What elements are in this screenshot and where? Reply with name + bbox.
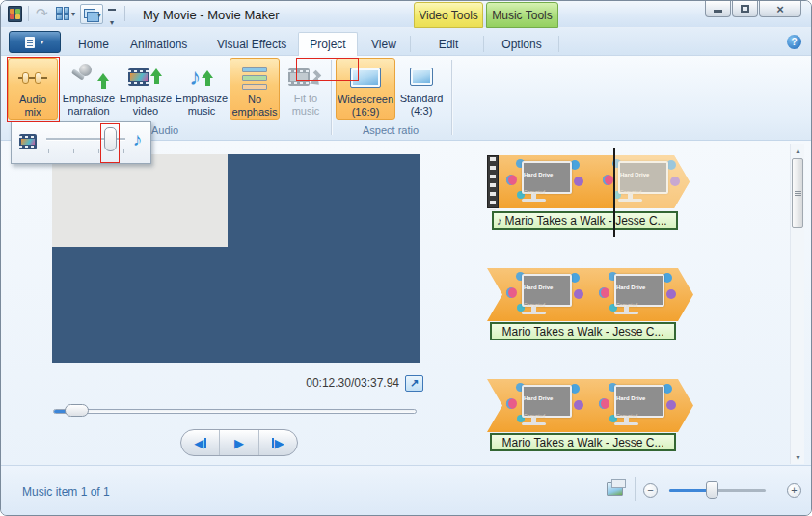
social-icon — [599, 398, 609, 409]
title-bar: ↷ ▾ ▾ ▾ My Movie - Movie Maker Video Too… — [1, 1, 811, 28]
movie-maker-app-icon — [8, 6, 22, 22]
monitor-graphic: Hard Drive Corrupted — [614, 385, 664, 418]
tab-project[interactable]: Project — [298, 32, 358, 56]
audio-mix-slider-thumb[interactable] — [104, 127, 117, 151]
ribbon-group-divider — [451, 60, 452, 135]
zoom-out-button[interactable]: − — [643, 483, 658, 498]
tab-visual-effects[interactable]: Visual Effects — [205, 32, 298, 56]
fullscreen-button[interactable]: ↗ — [405, 375, 423, 392]
fullscreen-icon: ↗ — [410, 377, 419, 390]
storyboard-clip[interactable]: Hard Drive Corrupted Hard Drive Corrupte… — [487, 379, 693, 432]
widescreen-monitor-icon — [350, 62, 381, 94]
audio-mix-popup: ♪ — [11, 121, 151, 164]
window-title: My Movie - Movie Maker — [143, 8, 280, 22]
social-icon — [506, 287, 517, 298]
no-emphasis-button[interactable]: No emphasis — [230, 58, 280, 120]
divider — [124, 6, 125, 21]
playhead-cursor[interactable] — [613, 148, 615, 237]
emphasize-narration-button[interactable]: Emphasize narration — [61, 58, 117, 120]
tab-view[interactable]: View — [360, 32, 408, 56]
redo-icon[interactable]: ↷ — [36, 6, 48, 21]
status-text: Music item 1 of 1 — [22, 485, 110, 499]
video-tools-contextual-header: Video Tools — [414, 2, 483, 28]
social-icon — [599, 287, 609, 298]
chevron-down-icon[interactable]: ▾ — [97, 11, 101, 19]
clip-thumbnail: Hard Drive Corrupted — [601, 383, 682, 429]
music-track[interactable]: Mario Takes a Walk - Jesse C... — [490, 433, 676, 451]
file-menu-icon — [25, 37, 35, 48]
storyboard-clip[interactable]: Hard Drive Corrupted Hard Drive Corrupte… — [499, 155, 690, 208]
standard-button[interactable]: Standard (4:3) — [398, 58, 445, 120]
zoom-in-button[interactable]: + — [787, 483, 801, 498]
help-button[interactable]: ? — [787, 35, 801, 49]
slider-tick — [73, 149, 74, 153]
social-icon — [666, 289, 676, 299]
scroll-up-icon[interactable]: ▲ — [791, 144, 805, 157]
next-frame-button[interactable]: ▶ — [258, 430, 297, 455]
step-back-icon: ◀ — [194, 436, 203, 450]
play-button[interactable]: ▶ — [219, 430, 257, 455]
step-forward-icon: ▶ — [275, 436, 284, 450]
divider — [483, 36, 484, 52]
equal-bars-icon — [242, 62, 267, 94]
music-tools-contextual-header: Music Tools — [486, 2, 558, 28]
preview-monitor — [52, 154, 420, 363]
zoom-slider-thumb[interactable] — [706, 481, 718, 499]
social-icon — [506, 175, 517, 185]
music-track[interactable]: Mario Takes a Walk - Jesse C... — [490, 322, 676, 340]
ribbon-tab-row: ▾ Home Animations Visual Effects Project… — [1, 28, 811, 56]
music-track-label: Mario Takes a Walk - Jesse C... — [505, 214, 667, 228]
film-icon — [128, 61, 163, 93]
music-note-icon: ♪ — [497, 215, 502, 227]
minimize-button[interactable] — [705, 1, 731, 17]
tab-animations[interactable]: Animations — [119, 32, 199, 56]
social-icon — [666, 400, 676, 410]
standard-monitor-icon — [410, 61, 433, 93]
seek-slider-track[interactable] — [53, 409, 417, 414]
social-icon — [574, 289, 583, 299]
tab-edit[interactable]: Edit — [416, 32, 481, 56]
social-icon — [574, 400, 583, 410]
tab-options[interactable]: Options — [487, 32, 556, 56]
status-bar: Music item 1 of 1 − + — [1, 465, 811, 516]
automovie-themes-icon[interactable] — [56, 7, 69, 20]
fit-to-music-button: Fit to music — [284, 58, 328, 120]
snapshot-button[interactable]: ▾ — [80, 4, 103, 24]
storyboard-clip[interactable]: Hard Drive Corrupted Hard Drive Corrupte… — [487, 268, 693, 321]
scrollbar-thumb[interactable] — [792, 158, 803, 228]
emphasize-video-button[interactable]: Emphasize video — [118, 58, 174, 120]
slider-tick — [48, 149, 49, 153]
file-menu-button[interactable]: ▾ — [9, 31, 61, 53]
divider — [558, 36, 559, 52]
scroll-down-icon[interactable]: ▼ — [791, 450, 805, 464]
seek-slider-thumb[interactable] — [65, 404, 89, 417]
previous-frame-button[interactable]: ◀ — [181, 430, 219, 455]
emphasize-music-button[interactable]: ♪ Emphasize music — [176, 58, 228, 120]
music-track[interactable]: ♪ Mario Takes a Walk - Jesse C... — [492, 211, 678, 230]
audio-mix-button[interactable]: Audio mix — [8, 58, 58, 120]
slider-tick — [98, 149, 99, 153]
storyboard-scrollbar[interactable]: ▲ ▼ — [790, 144, 804, 464]
maximize-button[interactable] — [732, 1, 758, 17]
preview-frame-content — [52, 154, 228, 247]
chevron-down-icon[interactable]: ▾ — [71, 10, 75, 18]
aspect-ratio-group-label: Aspect ratio — [342, 124, 439, 136]
slider-tick — [123, 149, 124, 153]
customize-quick-access-toolbar-button[interactable]: ▾ — [107, 9, 117, 29]
music-track-label: Mario Takes a Walk - Jesse C... — [501, 436, 663, 449]
widescreen-button[interactable]: Widescreen (16:9) — [336, 58, 395, 120]
monitor-graphic: Hard Drive Corrupted — [522, 274, 572, 307]
clip-fade-overlay — [614, 155, 690, 208]
thumbnail-size-icon[interactable] — [607, 482, 623, 496]
close-button[interactable]: × — [759, 1, 801, 17]
layers-icon — [84, 9, 95, 18]
chevron-down-icon: ▾ — [110, 18, 114, 27]
audio-mix-icon — [18, 62, 47, 94]
close-icon: × — [776, 2, 784, 16]
playback-controls: ◀ ▶ ▶ — [180, 429, 298, 456]
tab-home[interactable]: Home — [67, 32, 121, 56]
divider — [410, 36, 411, 52]
social-icon — [574, 177, 583, 186]
clip-thumbnail: Hard Drive Corrupted — [601, 272, 682, 318]
filmstrip-edge — [487, 155, 499, 208]
